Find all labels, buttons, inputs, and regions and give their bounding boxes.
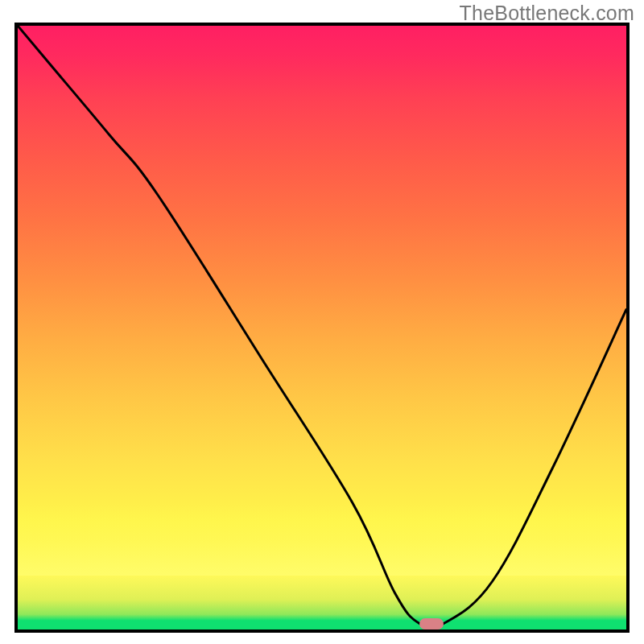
line-chart-svg	[18, 26, 626, 630]
watermark-text: TheBottleneck.com	[460, 2, 634, 25]
chart-container: TheBottleneck.com	[0, 0, 644, 644]
plot-area	[14, 23, 630, 633]
optimal-marker	[419, 618, 444, 630]
bottleneck-curve-path	[18, 26, 626, 629]
